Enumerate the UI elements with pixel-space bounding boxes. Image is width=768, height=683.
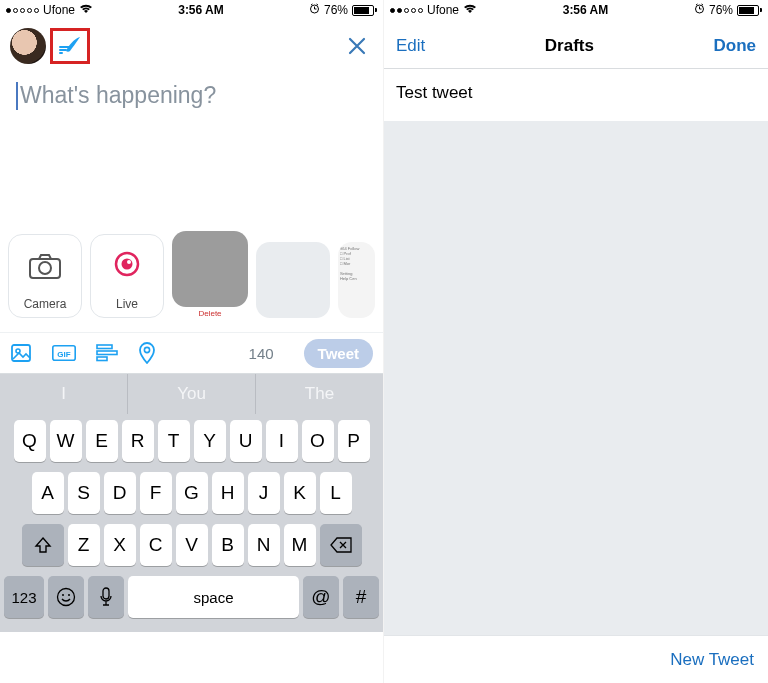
key-hash[interactable]: # [343, 576, 379, 618]
alarm-icon-r [694, 3, 705, 17]
keyboard-row-2: A S D F G H J K L [4, 472, 379, 514]
camera-tile[interactable]: Camera [8, 234, 82, 318]
tweet-button[interactable]: Tweet [304, 339, 373, 368]
compose-toolbar: GIF 140 Tweet [0, 332, 383, 374]
drafts-list: Test tweet [384, 69, 768, 635]
key-h[interactable]: H [212, 472, 244, 514]
status-left: Ufone [6, 3, 93, 17]
battery-pct-label: 76% [324, 3, 348, 17]
status-right-r: 76% [694, 3, 762, 17]
svg-rect-10 [97, 345, 112, 349]
keyboard-row-3: Z X C V B N M [4, 524, 379, 566]
status-right: 76% [309, 3, 377, 17]
battery-icon-r [737, 5, 762, 16]
avatar[interactable] [10, 28, 46, 64]
key-t[interactable]: T [158, 420, 190, 462]
key-w[interactable]: W [50, 420, 82, 462]
key-space[interactable]: space [128, 576, 299, 618]
key-o[interactable]: O [302, 420, 334, 462]
char-count: 140 [249, 345, 274, 362]
key-mic[interactable] [88, 576, 124, 618]
key-f[interactable]: F [140, 472, 172, 514]
svg-rect-12 [97, 357, 107, 361]
keyboard-row-4: 123 space @ # [4, 576, 379, 618]
svg-point-14 [58, 589, 75, 606]
recent-media-thumb-3[interactable]: 964 Follow□ Prof□ List□ MorSettingHelp C… [338, 242, 375, 318]
key-r[interactable]: R [122, 420, 154, 462]
suggestion-3[interactable]: The [256, 374, 383, 414]
camera-label: Camera [24, 297, 67, 311]
svg-rect-6 [12, 345, 30, 361]
compose-placeholder: What's happening? [20, 82, 216, 109]
draft-item-text: Test tweet [396, 83, 473, 102]
key-u[interactable]: U [230, 420, 262, 462]
close-compose-button[interactable] [343, 32, 371, 60]
compose-textarea[interactable]: What's happening? [0, 68, 383, 228]
key-q[interactable]: Q [14, 420, 46, 462]
key-b[interactable]: B [212, 524, 244, 566]
gif-icon[interactable]: GIF [52, 345, 76, 361]
delete-label: Delete [198, 309, 221, 318]
recent-media-thumb-2[interactable] [256, 242, 330, 318]
key-a[interactable]: A [32, 472, 64, 514]
drafts-title: Drafts [545, 36, 594, 56]
key-numbers[interactable]: 123 [4, 576, 44, 618]
svg-point-5 [127, 260, 131, 264]
status-left-r: Ufone [390, 3, 477, 17]
signal-dots [6, 8, 39, 13]
key-d[interactable]: D [104, 472, 136, 514]
status-bar: Ufone 3:56 AM 76% [0, 0, 383, 20]
drafts-header: Edit Drafts Done [384, 24, 768, 68]
key-backspace[interactable] [320, 524, 362, 566]
key-s[interactable]: S [68, 472, 100, 514]
key-e[interactable]: E [86, 420, 118, 462]
key-emoji[interactable] [48, 576, 84, 618]
media-suggestion-row: Camera Live Delete 964 Follow□ Prof□ Lis… [0, 228, 383, 318]
camera-icon [27, 251, 63, 281]
status-time-r: 3:56 AM [563, 3, 609, 17]
keyboard-row-1: Q W E R T Y U I O P [4, 420, 379, 462]
mic-icon [99, 587, 113, 607]
key-at[interactable]: @ [303, 576, 339, 618]
key-v[interactable]: V [176, 524, 208, 566]
key-l[interactable]: L [320, 472, 352, 514]
draft-item[interactable]: Test tweet [384, 69, 768, 121]
backspace-icon [330, 537, 352, 553]
recent-media-thumb-1[interactable] [172, 231, 248, 307]
drafts-screen: Ufone 3:56 AM 76% Edit Drafts Done Test … [384, 0, 768, 683]
svg-point-13 [144, 347, 149, 352]
edit-button[interactable]: Edit [396, 36, 425, 56]
key-z[interactable]: Z [68, 524, 100, 566]
shift-icon [34, 536, 52, 554]
svg-rect-11 [97, 351, 117, 355]
svg-point-4 [122, 259, 133, 270]
suggestion-2[interactable]: You [128, 374, 256, 414]
carrier-label-r: Ufone [427, 3, 459, 17]
key-n[interactable]: N [248, 524, 280, 566]
photo-icon[interactable] [10, 342, 32, 364]
key-k[interactable]: K [284, 472, 316, 514]
svg-rect-17 [103, 588, 109, 599]
key-m[interactable]: M [284, 524, 316, 566]
svg-point-16 [68, 594, 70, 596]
wifi-icon-r [463, 3, 477, 17]
key-g[interactable]: G [176, 472, 208, 514]
key-i[interactable]: I [266, 420, 298, 462]
key-c[interactable]: C [140, 524, 172, 566]
key-x[interactable]: X [104, 524, 136, 566]
live-tile[interactable]: Live [90, 234, 164, 318]
wifi-icon [79, 3, 93, 17]
new-tweet-button[interactable]: New Tweet [670, 650, 754, 670]
emoji-icon [56, 587, 76, 607]
compose-quill-highlight[interactable] [50, 28, 90, 64]
key-j[interactable]: J [248, 472, 280, 514]
key-p[interactable]: P [338, 420, 370, 462]
key-shift[interactable] [22, 524, 64, 566]
new-tweet-bar: New Tweet [384, 635, 768, 683]
poll-icon[interactable] [96, 344, 118, 362]
done-button[interactable]: Done [713, 36, 756, 56]
suggestion-1[interactable]: I [0, 374, 128, 414]
alarm-icon [309, 3, 320, 17]
key-y[interactable]: Y [194, 420, 226, 462]
location-icon[interactable] [138, 342, 156, 364]
